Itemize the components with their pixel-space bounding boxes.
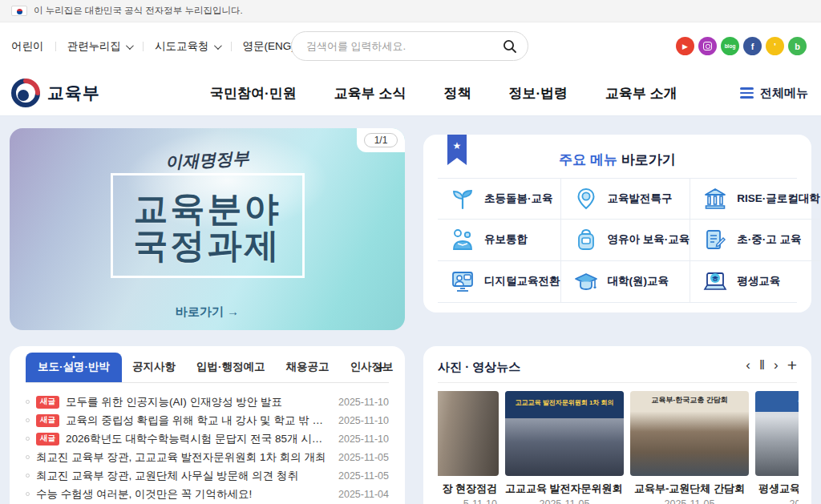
kakaostory-icon[interactable]: ’ [766,37,784,55]
news-item[interactable]: 새글 모두를 위한 인공지능(AI) 인재양성 방안 발표 2025-11-10 [26,393,389,411]
sprout-icon [451,187,475,211]
tab-notices[interactable]: 공지사항 [122,360,186,382]
link-english[interactable]: 영문(ENG) [243,39,295,54]
divider [143,42,144,51]
nav-participation[interactable]: 국민참여·민원 [210,84,297,103]
link-related-sites[interactable]: 관련누리집 [67,39,132,54]
new-badge: 새글 [36,433,59,446]
tab-press-releases[interactable]: 보도·설명·반박 [26,353,122,382]
quick-item-rise-glocal[interactable]: RISE·글로컬대학 [690,179,820,220]
bullet-icon [26,437,30,441]
news-item[interactable]: 수능 수험생 여러분, 이것만은 꼭 기억하세요! 2025-11-04 [26,485,389,503]
news-photo: 고교교육 발전자문위원회 1차 회의 [505,391,624,476]
news-photo: 교육부-한국교총 간담회 [630,391,749,476]
laptop-education-icon [703,269,727,293]
naver-band-icon[interactable]: b [788,37,807,55]
chevron-down-icon [126,42,134,50]
pause-button[interactable]: ‖ [759,358,765,372]
photo-card[interactable]: 육부-평생교 평생교육 2025-11-05 [755,391,799,504]
carousel-controls: ‹ ‖ › + [746,357,797,373]
divider [231,42,232,51]
news-date: 2025-11-05 [338,452,389,463]
search-input[interactable] [292,40,503,52]
news-item[interactable]: 최교진 교육부 장관, 교원단체 사무실 방문해 의견 청취 2025-11-0… [26,466,389,485]
news-photo [438,391,499,476]
hamburger-icon [740,87,754,99]
news-tabs: 보도·설명·반박 공지사항 입법·행정예고 채용공고 인사정보 [26,356,389,383]
news-item[interactable]: 최교진 교육부 장관, 고교교육 발전자문위원회 1차 회의 개최 2025-1… [26,448,389,466]
photo-card[interactable]: 교육부-한국교총 간담회 교육부-교원단체 간담회 2025-11-05 [630,391,749,504]
korea-flag-icon [11,6,27,16]
digital-monitor-icon [451,269,475,293]
bullet-icon [26,418,30,422]
document-pencil-icon [703,228,727,252]
naver-blog-icon[interactable]: blog [721,37,739,55]
quick-item-elementary-care[interactable]: 초등돌봄·교육 [438,179,561,220]
news-list: 새글 모두를 위한 인공지능(AI) 인재양성 방안 발표 2025-11-10… [26,393,389,503]
youtube-icon[interactable]: ▶ [676,37,694,55]
utility-links: 어린이 관련누리집 시도교육청 영문(ENG) [11,22,295,71]
hero-banner[interactable]: 이재명정부 교육분야 국정과제 바로가기 → 1/1 [10,128,405,330]
quick-item-early-childhood[interactable]: 영유아 보육·교육 [561,220,691,260]
nav-info-law[interactable]: 정보·법령 [508,84,568,103]
news-item[interactable]: 새글 2026학년도 대학수학능력시험 문답지 전국 85개 시험지구에 배부 … [26,429,389,448]
news-date: 2025-11-10 [338,415,389,426]
quick-menu-panel: ★ 주요 메뉴 바로가기 초등돌봄·교육 교육발전특구 RISE·글로컬대학 유… [423,135,811,312]
link-children[interactable]: 어린이 [11,39,44,54]
facebook-icon[interactable]: f [743,37,762,55]
bullet-icon [26,474,30,478]
news-date: 2025-11-10 [338,397,389,408]
banner-title-line2: 국정과제 [134,227,281,264]
tab-job-postings[interactable]: 채용공고 [276,360,340,382]
news-date: 2025-11-10 [338,433,389,445]
map-pin-icon [574,187,598,211]
banner-title-line1: 교육분야 [134,190,281,227]
photo-news-panel: 사진 · 영상뉴스 ‹ ‖ › + 장 현장점검 5-11-10 고교교육 발전… [423,346,811,504]
gov-banner-text: 이 누리집은 대한민국 공식 전자정부 누리집입니다. [34,5,243,17]
global-nav: 국민참여·민원 교육부 소식 정책 정보·법령 교육부 소개 [210,71,677,115]
quick-item-university-education[interactable]: 대학(원)교육 [561,261,691,302]
photo-news-title: 사진 · 영상뉴스 [438,360,520,375]
bullet-icon [26,492,30,496]
search-box [291,31,528,61]
news-item[interactable]: 새글 교육의 중립성 확립을 위해 학교 내 강사 및 학교 밖 등록 대안교육… [26,411,389,429]
search-icon[interactable] [503,39,517,54]
quick-item-k12-education[interactable]: 초·중·고 교육 [690,220,820,260]
tab-personnel-info[interactable]: 인사정보 [340,360,404,382]
chevron-down-icon [213,42,221,50]
banner-title-box: 교육분야 국정과제 [111,173,305,278]
news-more-button[interactable]: + [375,359,386,377]
new-badge: 새글 [36,414,59,427]
nav-policy[interactable]: 정책 [443,84,471,103]
quick-menu-title: 주요 메뉴 바로가기 [423,151,811,169]
nav-about[interactable]: 교육부 소개 [605,84,677,103]
social-links: ▶ blog f ’ b [676,37,807,55]
photo-card[interactable]: 장 현장점검 5-11-10 [438,391,499,504]
link-edu-offices[interactable]: 시도교육청 [155,39,220,54]
quick-item-lifelong-education[interactable]: 평생교육 [690,261,820,302]
quick-item-childcare-integration[interactable]: 유보통합 [438,220,561,260]
family-reading-icon [451,228,475,252]
tab-legislation-notice[interactable]: 입법·행정예고 [186,360,276,382]
gov-banner: 이 누리집은 대한민국 공식 전자정부 누리집입니다. [0,0,821,22]
photo-more-button[interactable]: + [787,357,797,373]
new-badge: 새글 [36,396,59,409]
moe-logo[interactable]: 교육부 [11,79,100,107]
news-panel: 보도·설명·반박 공지사항 입법·행정예고 채용공고 인사정보 + 새글 모두를… [10,346,405,504]
news-date: 2025-11-05 [338,470,389,482]
banner-paging: 1/1 [357,128,405,152]
quick-menu-grid: 초등돌봄·교육 교육발전특구 RISE·글로컬대학 유보통합 영유아 보육·교육… [438,178,797,303]
prev-button[interactable]: ‹ [746,358,750,372]
quick-item-edu-special-zone[interactable]: 교육발전특구 [561,179,691,220]
gov-emblem-icon [11,79,40,107]
quick-item-digital-transition[interactable]: 디지털교육전환 [438,261,561,302]
photo-card[interactable]: 고교교육 발전자문위원회 1차 회의 고교교육 발전자문위원회 1차... 20… [505,391,624,504]
nav-news[interactable]: 교육부 소식 [334,84,406,103]
banner-cta[interactable]: 바로가기 → [10,304,405,320]
next-button[interactable]: › [774,358,779,372]
all-menu-button[interactable]: 전체메뉴 [740,71,808,115]
moe-homepage: 이 누리집은 대한민국 공식 전자정부 누리집입니다. 어린이 관련누리집 시도… [0,0,821,504]
logo-text: 교육부 [47,82,100,104]
divider [55,42,56,51]
instagram-icon[interactable] [698,37,717,55]
